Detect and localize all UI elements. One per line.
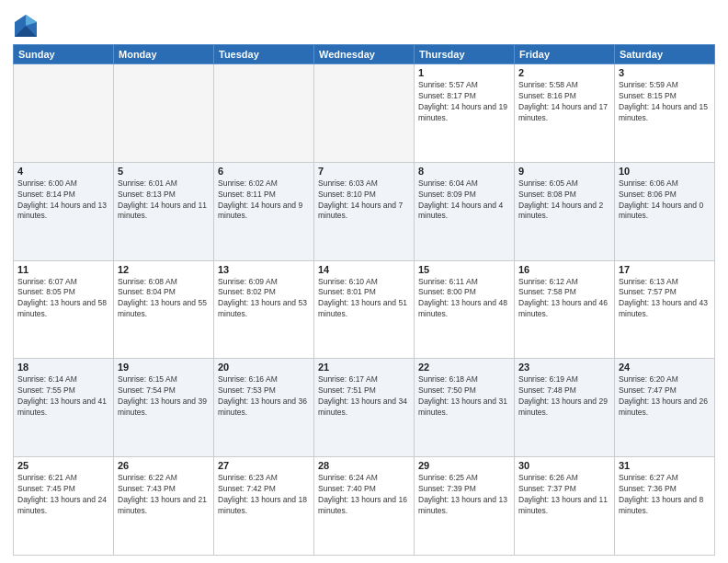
day-number: 13 — [218, 264, 310, 275]
calendar-cell: 7Sunrise: 6:03 AMSunset: 8:10 PMDaylight… — [314, 162, 415, 260]
day-number: 8 — [418, 166, 510, 177]
day-number: 31 — [619, 460, 711, 471]
day-number: 25 — [17, 460, 109, 471]
day-info: Sunrise: 6:05 AMSunset: 8:08 PMDaylight:… — [518, 178, 610, 223]
day-info: Sunrise: 6:00 AMSunset: 8:14 PMDaylight:… — [17, 178, 109, 223]
day-number: 16 — [518, 264, 610, 275]
day-info: Sunrise: 6:06 AMSunset: 8:06 PMDaylight:… — [619, 178, 711, 223]
calendar-week-row: 1Sunrise: 5:57 AMSunset: 8:17 PMDaylight… — [14, 64, 715, 163]
calendar-cell: 10Sunrise: 6:06 AMSunset: 8:06 PMDayligh… — [615, 162, 715, 260]
day-number: 27 — [218, 460, 310, 471]
calendar-day-header: Friday — [515, 45, 615, 64]
calendar-cell: 6Sunrise: 6:02 AMSunset: 8:11 PMDaylight… — [214, 162, 314, 260]
day-number: 22 — [418, 362, 510, 373]
day-info: Sunrise: 6:01 AMSunset: 8:13 PMDaylight:… — [118, 178, 210, 223]
day-info: Sunrise: 6:21 AMSunset: 7:45 PMDaylight:… — [17, 473, 109, 517]
day-info: Sunrise: 6:07 AMSunset: 8:05 PMDaylight:… — [17, 277, 109, 321]
day-info: Sunrise: 6:15 AMSunset: 7:54 PMDaylight:… — [118, 374, 210, 419]
day-number: 5 — [118, 166, 210, 177]
calendar-day-header: Wednesday — [314, 45, 415, 64]
day-number: 30 — [518, 460, 610, 471]
calendar-day-header: Monday — [114, 45, 214, 64]
day-info: Sunrise: 6:22 AMSunset: 7:43 PMDaylight:… — [118, 473, 210, 517]
day-number: 11 — [17, 264, 109, 275]
day-number: 3 — [619, 67, 711, 78]
calendar-cell: 31Sunrise: 6:27 AMSunset: 7:36 PMDayligh… — [615, 457, 715, 556]
day-number: 1 — [418, 67, 510, 78]
day-number: 20 — [218, 362, 310, 373]
header — [13, 9, 715, 39]
calendar-cell: 22Sunrise: 6:18 AMSunset: 7:50 PMDayligh… — [415, 359, 515, 457]
calendar-cell — [314, 64, 415, 163]
day-number: 17 — [619, 264, 711, 275]
day-info: Sunrise: 6:24 AMSunset: 7:40 PMDaylight:… — [318, 473, 410, 517]
day-info: Sunrise: 5:59 AMSunset: 8:15 PMDaylight:… — [619, 80, 711, 124]
day-info: Sunrise: 6:14 AMSunset: 7:55 PMDaylight:… — [17, 374, 109, 419]
day-info: Sunrise: 6:16 AMSunset: 7:53 PMDaylight:… — [218, 374, 310, 419]
day-info: Sunrise: 6:13 AMSunset: 7:57 PMDaylight:… — [619, 277, 711, 321]
calendar-cell: 1Sunrise: 5:57 AMSunset: 8:17 PMDaylight… — [415, 64, 515, 163]
day-number: 23 — [518, 362, 610, 373]
calendar-cell: 11Sunrise: 6:07 AMSunset: 8:05 PMDayligh… — [14, 260, 114, 359]
calendar-header-row: SundayMondayTuesdayWednesdayThursdayFrid… — [14, 45, 715, 64]
calendar-cell: 30Sunrise: 6:26 AMSunset: 7:37 PMDayligh… — [515, 457, 615, 556]
calendar-cell: 26Sunrise: 6:22 AMSunset: 7:43 PMDayligh… — [114, 457, 214, 556]
calendar-week-row: 4Sunrise: 6:00 AMSunset: 8:14 PMDaylight… — [14, 162, 715, 260]
calendar-cell: 24Sunrise: 6:20 AMSunset: 7:47 PMDayligh… — [615, 359, 715, 457]
calendar-week-row: 11Sunrise: 6:07 AMSunset: 8:05 PMDayligh… — [14, 260, 715, 359]
day-number: 2 — [518, 67, 610, 78]
calendar-cell: 15Sunrise: 6:11 AMSunset: 8:00 PMDayligh… — [415, 260, 515, 359]
day-number: 21 — [318, 362, 410, 373]
day-info: Sunrise: 6:04 AMSunset: 8:09 PMDaylight:… — [418, 178, 510, 223]
calendar-cell: 12Sunrise: 6:08 AMSunset: 8:04 PMDayligh… — [114, 260, 214, 359]
calendar-cell: 9Sunrise: 6:05 AMSunset: 8:08 PMDaylight… — [515, 162, 615, 260]
day-info: Sunrise: 6:08 AMSunset: 8:04 PMDaylight:… — [118, 277, 210, 321]
calendar-cell: 4Sunrise: 6:00 AMSunset: 8:14 PMDaylight… — [14, 162, 114, 260]
day-number: 12 — [118, 264, 210, 275]
calendar-cell: 8Sunrise: 6:04 AMSunset: 8:09 PMDaylight… — [415, 162, 515, 260]
calendar-cell: 13Sunrise: 6:09 AMSunset: 8:02 PMDayligh… — [214, 260, 314, 359]
day-info: Sunrise: 6:25 AMSunset: 7:39 PMDaylight:… — [418, 473, 510, 517]
calendar-cell: 5Sunrise: 6:01 AMSunset: 8:13 PMDaylight… — [114, 162, 214, 260]
day-number: 10 — [619, 166, 711, 177]
calendar-cell: 21Sunrise: 6:17 AMSunset: 7:51 PMDayligh… — [314, 359, 415, 457]
calendar-cell: 28Sunrise: 6:24 AMSunset: 7:40 PMDayligh… — [314, 457, 415, 556]
day-info: Sunrise: 6:11 AMSunset: 8:00 PMDaylight:… — [418, 277, 510, 321]
day-number: 15 — [418, 264, 510, 275]
day-info: Sunrise: 6:17 AMSunset: 7:51 PMDaylight:… — [318, 374, 410, 419]
day-number: 28 — [318, 460, 410, 471]
day-info: Sunrise: 6:23 AMSunset: 7:42 PMDaylight:… — [218, 473, 310, 517]
calendar-day-header: Tuesday — [214, 45, 314, 64]
day-number: 4 — [17, 166, 109, 177]
calendar-day-header: Thursday — [415, 45, 515, 64]
day-number: 19 — [118, 362, 210, 373]
logo-icon — [13, 13, 39, 39]
calendar-cell: 18Sunrise: 6:14 AMSunset: 7:55 PMDayligh… — [14, 359, 114, 457]
calendar-cell: 25Sunrise: 6:21 AMSunset: 7:45 PMDayligh… — [14, 457, 114, 556]
calendar-cell: 17Sunrise: 6:13 AMSunset: 7:57 PMDayligh… — [615, 260, 715, 359]
day-number: 18 — [17, 362, 109, 373]
day-info: Sunrise: 6:19 AMSunset: 7:48 PMDaylight:… — [518, 374, 610, 419]
calendar-cell: 29Sunrise: 6:25 AMSunset: 7:39 PMDayligh… — [415, 457, 515, 556]
logo — [13, 13, 42, 39]
day-info: Sunrise: 6:10 AMSunset: 8:01 PMDaylight:… — [318, 277, 410, 321]
calendar-table: SundayMondayTuesdayWednesdayThursdayFrid… — [13, 44, 715, 556]
calendar-cell — [214, 64, 314, 163]
day-number: 9 — [518, 166, 610, 177]
day-number: 14 — [318, 264, 410, 275]
day-number: 6 — [218, 166, 310, 177]
calendar-cell: 19Sunrise: 6:15 AMSunset: 7:54 PMDayligh… — [114, 359, 214, 457]
day-number: 24 — [619, 362, 711, 373]
day-info: Sunrise: 6:27 AMSunset: 7:36 PMDaylight:… — [619, 473, 711, 517]
day-info: Sunrise: 6:09 AMSunset: 8:02 PMDaylight:… — [218, 277, 310, 321]
day-info: Sunrise: 5:57 AMSunset: 8:17 PMDaylight:… — [418, 80, 510, 124]
day-number: 26 — [118, 460, 210, 471]
day-info: Sunrise: 6:02 AMSunset: 8:11 PMDaylight:… — [218, 178, 310, 223]
day-info: Sunrise: 6:03 AMSunset: 8:10 PMDaylight:… — [318, 178, 410, 223]
day-info: Sunrise: 6:18 AMSunset: 7:50 PMDaylight:… — [418, 374, 510, 419]
day-info: Sunrise: 6:12 AMSunset: 7:58 PMDaylight:… — [518, 277, 610, 321]
day-info: Sunrise: 5:58 AMSunset: 8:16 PMDaylight:… — [518, 80, 610, 124]
calendar-cell: 3Sunrise: 5:59 AMSunset: 8:15 PMDaylight… — [615, 64, 715, 163]
day-info: Sunrise: 6:20 AMSunset: 7:47 PMDaylight:… — [619, 374, 711, 419]
page: SundayMondayTuesdayWednesdayThursdayFrid… — [0, 0, 728, 563]
